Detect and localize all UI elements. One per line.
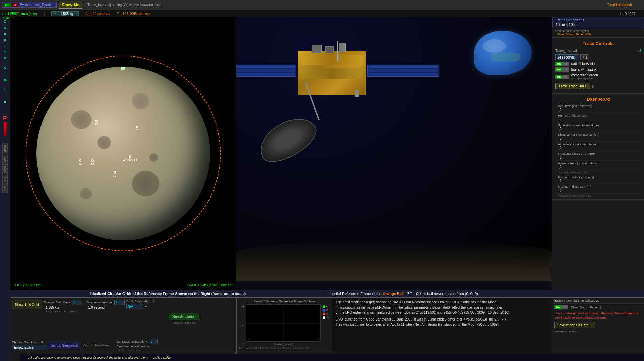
sidebar-tab-iss[interactable]: ISS — [2, 184, 8, 193]
test-mass-row: Test_Mass_Separation*: — [115, 339, 158, 344]
seconds-display: 24 seconds — [555, 54, 579, 60]
svg-text:10: 10 — [316, 338, 319, 341]
choose-sim-row: Choose_Simulation: ▼ — [12, 340, 46, 344]
y-axis-labels: 0.1 cm/s 0 — [238, 304, 245, 346]
orbit-stops-dropdown[interactable]: ▼ — [144, 305, 148, 308]
earth-background — [474, 31, 532, 75]
sidebar-tabs: Moon Geo GPS HST ISS — [2, 143, 8, 193]
sync-indicator: On Off Synchronous_Rotation — [2, 2, 57, 8]
at-start-note: *at start of simulation — [115, 349, 158, 352]
orbit-stops-row: ▼ — [126, 304, 167, 309]
mass-value-input[interactable] — [72, 300, 82, 305]
draw-graph-toggle[interactable]: On Off — [554, 305, 568, 309]
avg-fre-row: Average fre for this simulation 0 — [555, 161, 641, 170]
description-area: The artist rendering (right) shows the N… — [332, 298, 552, 354]
version-1: 1 — [4, 87, 6, 93]
sync-label: Synchronous_Rotation — [20, 3, 54, 7]
avg-sim-note: Average simulation — [552, 329, 644, 334]
moon-view: 15 17 12 — [10, 17, 236, 290]
period-value: T = 113.1095 minutes — [117, 12, 150, 16]
show-orbit-button[interactable]: Show This Orbit — [12, 300, 42, 309]
dist-interval-value: 0 — [558, 136, 639, 140]
corners-sub: & magenta/yellow — [571, 77, 598, 80]
corners-toggle[interactable]: On Off — [555, 75, 569, 79]
bottom-title-bar: Idealized Circular Orbit of the Referenc… — [10, 290, 644, 297]
chart-svg-container: 0 10 Radius (meters) — [246, 304, 321, 346]
sim-interval-label-row: Simulation_Interval: — [86, 300, 125, 305]
x1-multiplier[interactable]: × 1 — [580, 54, 589, 60]
lateral-toggle[interactable]: On Off — [555, 67, 569, 72]
velocity-calc: v = 1.65574 km/s (calc) — [2, 12, 37, 16]
sidebar-tab-moon[interactable]: Moon — [2, 143, 8, 154]
lateral-label: lateral:white/pink — [571, 68, 596, 71]
arcsec-row: Arcseconds per time interval 0 — [555, 142, 641, 151]
orbit-stops-input[interactable] — [126, 304, 143, 309]
realtime-value: 0 — [558, 108, 639, 112]
save-images-button[interactable]: Save Images & Data ... — [554, 322, 595, 328]
mass-label-row: Orange_Ball_Mass: — [44, 300, 85, 305]
desc-text2: LRO launched from Cape Canaveral 18 June… — [336, 317, 549, 327]
show-me-button[interactable]: Show Me — [59, 2, 82, 9]
sidebar-tab-gps[interactable]: GPS — [2, 164, 8, 174]
svg-text:0: 0 — [248, 338, 250, 341]
run-simulation-button[interactable]: Run Simulation — [169, 313, 199, 320]
frac-range-row: Fractional range error (fre)* 0 — [555, 151, 641, 161]
erase-row: Erase Trace Trails § — [555, 81, 641, 92]
max-vel-row: Maximum velocity** (cm/s) 0 — [555, 175, 641, 184]
sim-interval-label: Simulation_Interval: — [86, 301, 113, 304]
trace-interval-row: Trace_Interval: ↓ 4 — [555, 48, 641, 54]
apollo-site-14: 14 — [90, 159, 94, 165]
save-note: Save... does not work in browser; downlo… — [552, 310, 644, 321]
y-axis-top: 0.1 — [241, 304, 244, 307]
lateral-on: On — [556, 68, 562, 71]
omni-antenna — [337, 41, 338, 61]
draw-graph-label: Draw_Graph_Paper — [571, 306, 598, 309]
trace-interval-arrow[interactable]: ↓ — [636, 49, 638, 53]
mass-formula: ~2.512^N* × 100 (5×10^4) — [44, 310, 85, 313]
sim-speed-row: Simulation speed (× real-time) 0 — [555, 122, 641, 132]
chart-svg: 0 10 — [246, 304, 321, 342]
choose-sim-dropdown[interactable]: ▼ — [40, 340, 44, 344]
sidebar-tab-geo[interactable]: Geo — [2, 155, 8, 164]
max-dist-label: Maximum distance** (m) — [558, 185, 639, 188]
arcsec-label: Arcseconds per time interval — [558, 143, 639, 146]
corners-row: On Off corners:red/green & magenta/yello… — [555, 72, 641, 81]
mass-label: Orange_Ball_Mass: — [44, 301, 71, 304]
corrected-note: *corrected after each tick — [555, 170, 641, 175]
mass-kg-display: 1,585 kg — [44, 306, 85, 309]
runtime-label: Run-time (hh:mm:ss) — [558, 114, 639, 117]
corners-on: On — [556, 75, 562, 79]
legend-g: G — [323, 305, 329, 308]
mass-display: m = 1,585 kg — [51, 11, 79, 16]
orbit-btn-group: Show This Orbit — [12, 300, 42, 337]
setup-simulation-button[interactable]: Set Up Simulation — [48, 342, 81, 349]
sim-speed-value: 0 — [558, 127, 639, 131]
legend-r: R — [323, 312, 329, 315]
choose-sim-value[interactable]: Empty space — [12, 345, 46, 350]
y-axis-bottom: 0 — [243, 343, 244, 346]
sim-interval-input[interactable] — [114, 300, 125, 305]
bottom-title-left: Idealized Circular Orbit of the Referenc… — [10, 292, 326, 296]
bottom-right-panel: [Erase Trace Trails] to activate Δ. On O… — [552, 298, 644, 354]
chart-area: Speed Relative to Reference Frame Centro… — [237, 298, 332, 354]
draw-graph-on: On — [555, 305, 561, 309]
sim-i: I — [4, 71, 5, 77]
view-label: View control values. — [83, 344, 110, 347]
orbit-stops-label: Orbit_Stops_At: (t =) — [126, 300, 154, 303]
legend-b: B — [323, 309, 329, 312]
info-bar: v = 1.65574 km/s (calc) | m = 1,585 kg Δ… — [0, 10, 644, 17]
test-mass-input[interactable] — [149, 339, 158, 344]
radial-toggle[interactable]: On Off — [555, 62, 569, 66]
apollo-site-17: 17 — [135, 126, 139, 132]
show-me-label: Show Me — [62, 3, 79, 7]
sidebar-tab-hst[interactable]: HST — [2, 175, 8, 184]
draw-graph-row: On Off Draw_Graph_Paper § — [552, 304, 644, 310]
runtime-row: Run-time (hh:mm:ss) 0 — [555, 113, 641, 122]
radial-label: radial:blue/violet — [571, 62, 596, 66]
erase-trace-button[interactable]: Erase Trace Trails — [555, 83, 590, 89]
dist-interval-row: Distance per time interval (km) 0 — [555, 132, 641, 142]
frame-dim-title: Frame Dimensions — [556, 18, 641, 22]
gravity-r: R — [4, 25, 6, 31]
apollo-site-16: 16 — [113, 171, 116, 177]
sim-speed-label: Simulation speed (× real-time) — [558, 124, 639, 127]
